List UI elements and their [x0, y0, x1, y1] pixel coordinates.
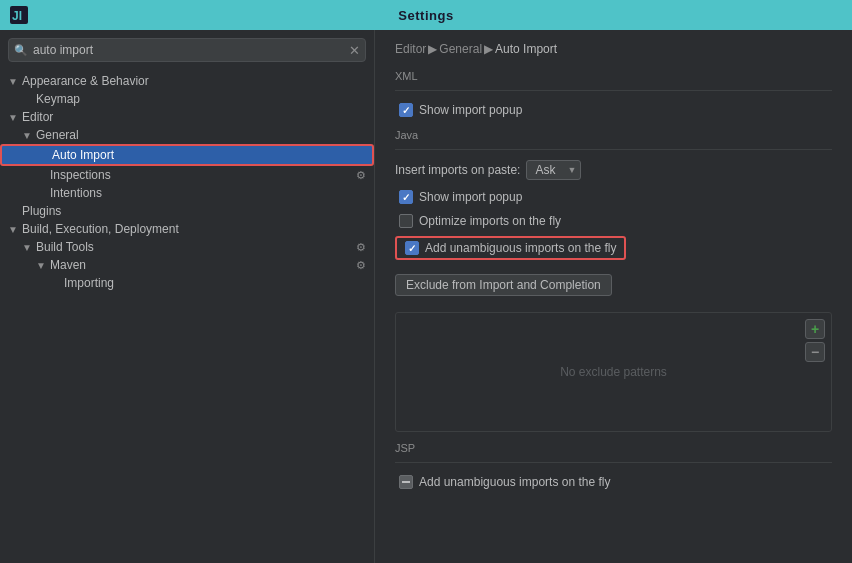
sidebar-item-label: Intentions: [50, 186, 366, 200]
insert-imports-dropdown[interactable]: Ask ▼: [526, 160, 581, 180]
expand-arrow: ▼: [22, 242, 36, 253]
sidebar: 🔍 ✕ ▼ Appearance & Behavior Keymap ▼ Edi…: [0, 30, 375, 563]
sidebar-item-label: Inspections: [50, 168, 352, 182]
expand-arrow: ▼: [8, 76, 22, 87]
search-icon: 🔍: [14, 44, 28, 57]
title-bar: JI Settings: [0, 0, 852, 30]
sidebar-item-build-tools[interactable]: ▼ Build Tools ⚙: [0, 238, 374, 256]
sidebar-item-label: Keymap: [36, 92, 366, 106]
settings-icon: ⚙: [356, 241, 366, 254]
xml-section-label: XML: [395, 70, 832, 82]
expand-arrow: ▼: [8, 112, 22, 123]
breadcrumb-part: General: [439, 42, 482, 56]
jsp-add-unambiguous-label: Add unambiguous imports on the fly: [419, 475, 610, 489]
app-logo: JI: [10, 6, 28, 24]
sidebar-item-build-execution[interactable]: ▼ Build, Execution, Deployment: [0, 220, 374, 238]
sidebar-item-label: Appearance & Behavior: [22, 74, 366, 88]
optimize-imports-row: Optimize imports on the fly: [395, 212, 832, 230]
exclude-patterns-box: No exclude patterns + −: [395, 312, 832, 432]
add-exclude-pattern-button[interactable]: +: [805, 319, 825, 339]
optimize-imports-checkbox[interactable]: [399, 214, 413, 228]
breadcrumb-current: Auto Import: [495, 42, 557, 56]
sidebar-item-label: Plugins: [22, 204, 366, 218]
insert-imports-on-paste-row: Insert imports on paste: Ask ▼: [395, 160, 832, 180]
optimize-imports-label: Optimize imports on the fly: [419, 214, 561, 228]
breadcrumb-separator: ▶: [428, 42, 437, 56]
sidebar-item-keymap[interactable]: Keymap: [0, 90, 374, 108]
main-layout: 🔍 ✕ ▼ Appearance & Behavior Keymap ▼ Edi…: [0, 30, 852, 563]
breadcrumb-part: Editor: [395, 42, 426, 56]
java-show-import-popup-checkbox[interactable]: [399, 190, 413, 204]
expand-arrow: ▼: [22, 130, 36, 141]
breadcrumb-separator: ▶: [484, 42, 493, 56]
no-exclude-patterns-label: No exclude patterns: [560, 365, 667, 379]
sidebar-item-general[interactable]: ▼ General: [0, 126, 374, 144]
settings-tree: ▼ Appearance & Behavior Keymap ▼ Editor …: [0, 70, 374, 563]
chevron-down-icon: ▼: [567, 165, 576, 175]
xml-show-import-popup-label: Show import popup: [419, 103, 522, 117]
add-unambiguous-wrapper: Add unambiguous imports on the fly: [395, 236, 832, 266]
sidebar-item-plugins[interactable]: Plugins: [0, 202, 374, 220]
java-section-label: Java: [395, 129, 832, 141]
sidebar-item-appearance[interactable]: ▼ Appearance & Behavior: [0, 72, 374, 90]
expand-arrow: ▼: [36, 260, 50, 271]
sidebar-item-label: Auto Import: [52, 148, 364, 162]
java-show-import-popup-label: Show import popup: [419, 190, 522, 204]
sidebar-item-importing[interactable]: Importing: [0, 274, 374, 292]
sidebar-item-label: Editor: [22, 110, 366, 124]
exclude-from-import-button[interactable]: Exclude from Import and Completion: [395, 274, 612, 296]
breadcrumb: Editor ▶ General ▶ Auto Import: [395, 42, 832, 56]
jsp-add-unambiguous-row: Add unambiguous imports on the fly: [395, 473, 832, 491]
sidebar-item-editor[interactable]: ▼ Editor: [0, 108, 374, 126]
sidebar-item-label: General: [36, 128, 366, 142]
sidebar-item-auto-import[interactable]: Auto Import: [0, 144, 374, 166]
settings-content: Editor ▶ General ▶ Auto Import XML Show …: [375, 30, 852, 563]
sidebar-item-label: Maven: [50, 258, 352, 272]
sidebar-item-maven[interactable]: ▼ Maven ⚙: [0, 256, 374, 274]
sidebar-item-label: Build, Execution, Deployment: [22, 222, 366, 236]
add-unambiguous-imports-checkbox[interactable]: [405, 241, 419, 255]
window-title: Settings: [398, 8, 453, 23]
sidebar-item-intentions[interactable]: Intentions: [0, 184, 374, 202]
sidebar-item-label: Build Tools: [36, 240, 352, 254]
section-divider: [395, 90, 832, 91]
dropdown-value: Ask: [535, 163, 555, 177]
svg-text:JI: JI: [12, 9, 22, 23]
add-unambiguous-imports-label: Add unambiguous imports on the fly: [425, 241, 616, 255]
add-unambiguous-imports-row: Add unambiguous imports on the fly: [395, 236, 626, 260]
settings-icon: ⚙: [356, 169, 366, 182]
jsp-section-label: JSP: [395, 442, 832, 454]
exclude-from-import-wrapper: Exclude from Import and Completion: [395, 274, 832, 306]
search-clear-icon[interactable]: ✕: [349, 43, 360, 58]
jsp-section: JSP Add unambiguous imports on the fly: [395, 442, 832, 491]
settings-icon: ⚙: [356, 259, 366, 272]
xml-show-import-popup-row: Show import popup: [395, 101, 832, 119]
search-input[interactable]: [8, 38, 366, 62]
exclude-buttons: + −: [805, 319, 825, 362]
search-box: 🔍 ✕: [8, 38, 366, 62]
expand-arrow: ▼: [8, 224, 22, 235]
section-divider: [395, 149, 832, 150]
remove-exclude-pattern-button[interactable]: −: [805, 342, 825, 362]
java-show-import-popup-row: Show import popup: [395, 188, 832, 206]
jsp-add-unambiguous-checkbox[interactable]: [399, 475, 413, 489]
sidebar-item-inspections[interactable]: Inspections ⚙: [0, 166, 374, 184]
sidebar-item-label: Importing: [64, 276, 366, 290]
insert-imports-label: Insert imports on paste:: [395, 163, 520, 177]
xml-show-import-popup-checkbox[interactable]: [399, 103, 413, 117]
section-divider: [395, 462, 832, 463]
